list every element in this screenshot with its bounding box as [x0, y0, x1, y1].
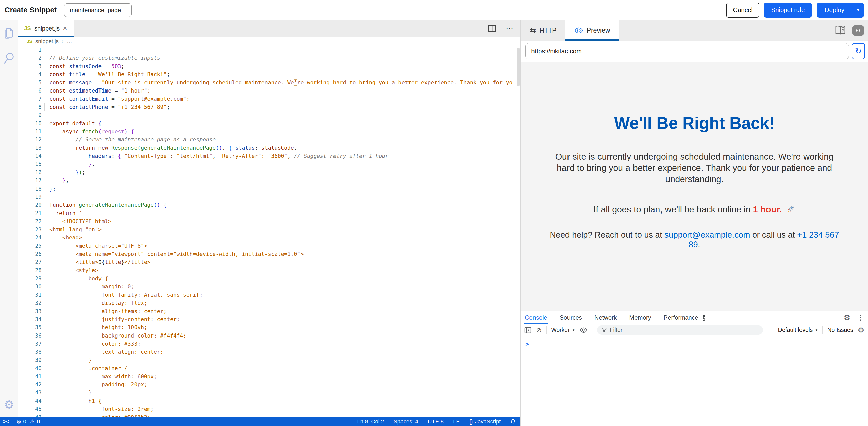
code-line[interactable]: 36 background-color: #f4f4f4;: [18, 332, 520, 340]
code-line[interactable]: 34 justify-content: center;: [18, 315, 520, 323]
console-prompt-chevron[interactable]: >: [525, 340, 529, 348]
code-line[interactable]: 20function generateMaintenancePage() {: [18, 201, 520, 209]
code-line[interactable]: 33 align-items: center;: [18, 307, 520, 315]
code-line[interactable]: 18};: [18, 185, 520, 193]
editor-tab-bar: JS snippet.js × ⋯: [18, 20, 520, 37]
code-line[interactable]: 8const contactPhone = "+1 234 567 89";: [18, 103, 520, 111]
code-area[interactable]: 12// Define your customizable inputs3con…: [18, 46, 520, 418]
notifications-bell-icon[interactable]: [510, 419, 516, 425]
breadcrumb-more[interactable]: …: [66, 38, 72, 45]
code-line[interactable]: 31 font-family: Arial, sans-serif;: [18, 291, 520, 299]
code-line[interactable]: 27 <title>${title}</title>: [18, 258, 520, 266]
snippet-rule-button[interactable]: Snippet rule: [764, 2, 812, 18]
files-icon[interactable]: [3, 27, 15, 40]
docs-book-icon[interactable]: [835, 25, 846, 35]
code-line[interactable]: 25 <meta charset="UTF-8">: [18, 242, 520, 250]
cursor-position[interactable]: Ln 8, Col 2: [357, 419, 384, 425]
split-editor-icon[interactable]: [488, 25, 496, 32]
code-line[interactable]: 11 async fetch(request) {: [18, 127, 520, 136]
devtools-tab-network[interactable]: Network: [594, 311, 617, 324]
devtools-settings-gear-icon[interactable]: ⚙: [843, 314, 850, 321]
code-line[interactable]: 13 return new Response(generateMaintenan…: [18, 144, 520, 152]
status-errors[interactable]: ⊗ 0: [17, 419, 26, 425]
snippet-name-input[interactable]: [64, 3, 132, 17]
code-line[interactable]: 44 h1 {: [18, 397, 520, 405]
code-line[interactable]: 46 color: #0056b3;: [18, 414, 520, 418]
code-line[interactable]: 2// Define your customizable inputs: [18, 54, 520, 62]
tab-http[interactable]: ⇆ HTTP: [521, 20, 565, 40]
code-line[interactable]: 38 text-align: center;: [18, 348, 520, 356]
devtools-tab-console[interactable]: Console: [525, 311, 547, 324]
clear-console-icon[interactable]: ⊘: [536, 326, 542, 334]
breadcrumb[interactable]: JS snippet.js › …: [18, 37, 520, 46]
code-line[interactable]: 3const statusCode = 503;: [18, 62, 520, 70]
language-mode[interactable]: {} JavaScript: [469, 419, 501, 425]
code-line[interactable]: 40 .container {: [18, 364, 520, 372]
live-expression-eye-icon[interactable]: [580, 328, 588, 333]
code-line[interactable]: 14 headers: { "Content-Type": "text/html…: [18, 152, 520, 160]
code-line[interactable]: 24 <head>: [18, 234, 520, 242]
devtools-kebab-menu-icon[interactable]: ⋮: [857, 313, 864, 322]
console-settings-gear-icon[interactable]: ⚙: [858, 326, 865, 334]
pane-divider[interactable]: [520, 20, 521, 426]
code-line[interactable]: 29 body {: [18, 275, 520, 283]
tab-snippet-js[interactable]: JS snippet.js ×: [18, 20, 74, 37]
code-line[interactable]: 6const estimatedTime = "1 hour";: [18, 87, 520, 95]
console-output[interactable]: >: [521, 336, 868, 348]
remote-window-icon[interactable]: ><: [3, 419, 9, 425]
code-line[interactable]: 26 <meta name="viewport" content="width=…: [18, 250, 520, 258]
cancel-button[interactable]: Cancel: [726, 2, 760, 18]
devtools-tab-performance[interactable]: Performance: [664, 311, 706, 324]
code-line[interactable]: 19: [18, 193, 520, 201]
tab-preview[interactable]: Preview: [565, 20, 619, 40]
code-line[interactable]: 4const title = "We'll Be Right Back!";: [18, 70, 520, 78]
code-line[interactable]: 1: [18, 46, 520, 54]
code-line[interactable]: 23<html lang="en">: [18, 226, 520, 234]
issues-counter[interactable]: No Issues: [828, 327, 853, 334]
devtools-tab-sources[interactable]: Sources: [560, 311, 582, 324]
code-line[interactable]: 37 color: #333;: [18, 340, 520, 348]
console-sidebar-toggle-icon[interactable]: [524, 327, 531, 334]
code-line[interactable]: 5const message = "Our site is currently …: [18, 79, 520, 87]
support-email-link[interactable]: support@example.com: [664, 230, 750, 239]
code-line[interactable]: 21 return `: [18, 209, 520, 217]
code-line[interactable]: 16 });: [18, 168, 520, 176]
code-line[interactable]: 43 }: [18, 389, 520, 397]
discord-icon[interactable]: [852, 25, 864, 35]
refresh-button[interactable]: ↻: [852, 43, 865, 59]
editor-more-actions-icon[interactable]: ⋯: [506, 24, 514, 33]
console-filter[interactable]: [597, 325, 763, 335]
code-line[interactable]: 42 padding: 20px;: [18, 380, 520, 389]
status-warnings[interactable]: ⚠ 0: [30, 419, 40, 425]
line-number: 18: [18, 185, 50, 193]
devtools-tab-memory[interactable]: Memory: [629, 311, 651, 324]
code-line[interactable]: 22 <!DOCTYPE html>: [18, 217, 520, 225]
code-line[interactable]: 39 }: [18, 356, 520, 364]
deploy-button[interactable]: Deploy: [817, 2, 852, 18]
editor-scrollbar[interactable]: [517, 48, 520, 86]
settings-gear-icon[interactable]: ⚙: [4, 399, 14, 410]
preview-url-input[interactable]: [525, 43, 849, 59]
code-line[interactable]: 17 },: [18, 176, 520, 184]
code-line[interactable]: 9: [18, 111, 520, 119]
code-line[interactable]: 15 },: [18, 160, 520, 168]
code-line[interactable]: 32 display: flex;: [18, 299, 520, 307]
close-tab-icon[interactable]: ×: [63, 25, 67, 32]
indentation[interactable]: Spaces: 4: [394, 419, 418, 425]
code-line[interactable]: 30 margin: 0;: [18, 283, 520, 291]
execution-context-selector[interactable]: Worker▼: [551, 327, 575, 334]
deploy-dropdown-button[interactable]: ▼: [852, 2, 864, 18]
eol-sequence[interactable]: LF: [453, 419, 460, 425]
code-line[interactable]: 45 font-size: 2rem;: [18, 405, 520, 413]
default-levels-dropdown[interactable]: Default levels▼: [778, 327, 818, 334]
breadcrumb-file[interactable]: snippet.js: [35, 38, 59, 45]
code-line[interactable]: 7const contactEmail = "support@example.c…: [18, 95, 520, 103]
search-icon[interactable]: [3, 52, 15, 65]
code-line[interactable]: 12 // Serve the maintenance page as a re…: [18, 136, 520, 144]
filter-input[interactable]: [610, 327, 741, 334]
code-line[interactable]: 28 <style>: [18, 266, 520, 275]
code-line[interactable]: 35 height: 100vh;: [18, 323, 520, 332]
code-line[interactable]: 10export default {: [18, 119, 520, 127]
encoding[interactable]: UTF-8: [428, 419, 443, 425]
code-line[interactable]: 41 max-width: 600px;: [18, 373, 520, 380]
